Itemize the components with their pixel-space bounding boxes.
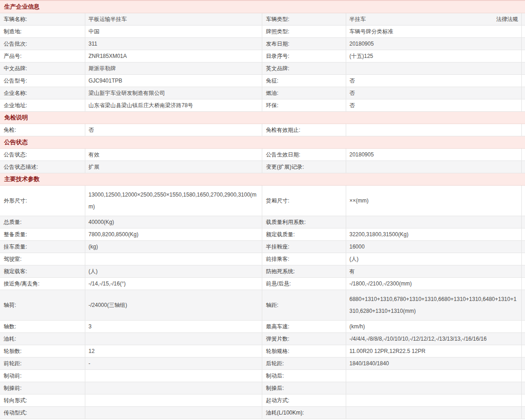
field-label: 整备质量: bbox=[0, 228, 85, 240]
table-row: 轮胎数: 12 轮胎规格: 11.00R20 12PR,12R22.5 12PR bbox=[0, 345, 525, 358]
field-label: 公告批次: bbox=[0, 38, 85, 50]
field-value-text: 1840/1840/1840 bbox=[349, 358, 389, 369]
section-title: 公告状态 bbox=[4, 138, 28, 146]
field-value-text: (人) bbox=[349, 253, 359, 265]
field-value: (kg) bbox=[85, 241, 262, 253]
table-row: 额定载客: (人) 防抱死系统: 有 bbox=[0, 265, 525, 278]
field-label: 免征: bbox=[262, 75, 346, 87]
field-label: 免检: bbox=[0, 124, 85, 136]
field-label: 油耗(L/100Km): bbox=[262, 407, 346, 419]
field-label: 最高车速: bbox=[262, 321, 346, 332]
field-value: 6880+1310+1310,6780+1310+1310,6680+1310+… bbox=[346, 290, 522, 320]
field-label: 防抱死系统: bbox=[262, 265, 346, 277]
field-value: 中国 bbox=[85, 26, 262, 37]
table-row: 企业地址: 山东省梁山县梁山镇后庄大桥南梁济路78号 环保: 否 bbox=[0, 99, 525, 112]
field-value: 3 bbox=[85, 321, 262, 332]
row-edge-strip bbox=[522, 13, 525, 25]
field-label: 中文品牌: bbox=[0, 62, 85, 74]
field-label: 制造地: bbox=[0, 26, 85, 37]
field-value: ZNR185XM01A bbox=[85, 50, 262, 62]
field-label: 免检有效期止: bbox=[262, 124, 346, 136]
field-label: 起动方式: bbox=[262, 394, 346, 406]
field-value-text: 16000 bbox=[349, 241, 364, 253]
field-label: 总质量: bbox=[0, 216, 85, 228]
table-row: 公告批次: 311 发布日期: 20180905 bbox=[0, 38, 525, 50]
field-value: 311 bbox=[85, 38, 262, 50]
row-edge-strip bbox=[522, 75, 525, 87]
field-value bbox=[85, 253, 262, 265]
vehicle-info-table: 生产企业信息 车辆名称: 平板运输半挂车 车辆类型: 半挂车 法律法规 制造地:… bbox=[0, 0, 525, 419]
field-value: 有效 bbox=[85, 149, 262, 161]
field-label: 额定载质量: bbox=[262, 228, 346, 240]
field-value-text: 6880+1310+1310,6780+1310+1310,6680+1310+… bbox=[349, 293, 519, 317]
section: 主要技术参数 外形尺寸: 13000,12500,12000×2500,2550… bbox=[0, 173, 525, 419]
row-edge-strip bbox=[522, 333, 525, 345]
table-row: 挂车质量: (kg) 半挂鞍座: 16000 bbox=[0, 241, 525, 253]
field-value-text: 否 bbox=[349, 99, 355, 111]
field-label: 轮胎规格: bbox=[262, 345, 346, 357]
table-row: 驾驶室: 前排乘客: (人) bbox=[0, 253, 525, 265]
row-edge-strip bbox=[522, 253, 525, 265]
section-header: 生产企业信息 bbox=[0, 1, 525, 13]
row-edge-strip bbox=[522, 370, 525, 382]
table-row: 车辆名称: 平板运输半挂车 车辆类型: 半挂车 法律法规 bbox=[0, 13, 525, 26]
field-value: 车辆号牌分类标准 bbox=[346, 26, 522, 37]
field-value-text: 32200,31800,31500(Kg) bbox=[349, 228, 408, 240]
field-label: 公告生效日期: bbox=[262, 149, 346, 161]
field-value-text: (km/h) bbox=[349, 321, 365, 332]
field-label: 外形尺寸: bbox=[0, 186, 85, 216]
row-edge-strip bbox=[522, 161, 525, 173]
field-value: 否 bbox=[85, 124, 262, 136]
row-edge-strip bbox=[522, 62, 525, 74]
field-label: 轴荷: bbox=[0, 290, 85, 320]
field-label: 轮胎数: bbox=[0, 345, 85, 357]
row-edge-strip bbox=[522, 50, 525, 62]
field-label: 额定载客: bbox=[0, 265, 85, 277]
field-value bbox=[346, 394, 522, 406]
table-row: 产品号: ZNR185XM01A 目录序号: (十五)125 bbox=[0, 50, 525, 62]
field-value bbox=[85, 394, 262, 406]
row-edge-strip bbox=[522, 228, 525, 240]
field-value-text: (十五)125 bbox=[349, 50, 373, 62]
field-value: 20180905 bbox=[346, 149, 522, 161]
field-label: 轴距: bbox=[262, 290, 346, 320]
field-label: 公告型号: bbox=[0, 75, 85, 87]
field-label: 英文品牌: bbox=[262, 62, 346, 74]
field-label: 目录序号: bbox=[262, 50, 346, 62]
row-edge-strip bbox=[522, 394, 525, 406]
field-value: 山东省梁山县梁山镇后庄大桥南梁济路78号 bbox=[85, 99, 262, 111]
field-value: 扩展 bbox=[85, 161, 262, 173]
table-row: 前轮距: - 后轮距: 1840/1840/1840 bbox=[0, 358, 525, 370]
table-row: 油耗: 弹簧片数: -/4/4/4,-/8/8/8,-/10/10/10,-/1… bbox=[0, 333, 525, 345]
table-row: 制动前: 制动后: bbox=[0, 370, 525, 382]
table-row: 公告状态: 有效 公告生效日期: 20180905 bbox=[0, 149, 525, 161]
field-value-text: 车辆号牌分类标准 bbox=[349, 26, 393, 37]
field-label: 车辆类型: bbox=[262, 13, 346, 25]
row-edge-strip bbox=[522, 99, 525, 111]
field-value: 12 bbox=[85, 345, 262, 357]
table-row: 中文品牌: 斯派菲勒牌 英文品牌: bbox=[0, 62, 525, 75]
field-value: 有 bbox=[346, 265, 522, 277]
field-label: 前悬/后悬: bbox=[262, 278, 346, 290]
table-row: 接近角/离去角: -/14,-/15,-/16(°) 前悬/后悬: -/1800… bbox=[0, 278, 525, 290]
field-value: (km/h) bbox=[346, 321, 522, 332]
field-label: 转向形式: bbox=[0, 394, 85, 406]
field-value: 斯派菲勒牌 bbox=[85, 62, 262, 74]
field-value: 否 bbox=[346, 75, 522, 87]
table-row: 传动型式: 油耗(L/100Km): bbox=[0, 407, 525, 419]
field-label: 产品号: bbox=[0, 50, 85, 62]
laws-regulations-link[interactable]: 法律法规 bbox=[496, 13, 519, 25]
field-value: -/4/4/4,-/8/8/8,-/10/10/10,-/12/12/12,-/… bbox=[346, 333, 522, 345]
field-value bbox=[346, 124, 522, 136]
field-value-text: 否 bbox=[349, 75, 355, 87]
field-value-text: 20180905 bbox=[349, 38, 374, 50]
table-row: 整备质量: 7800,8200,8500(Kg) 额定载质量: 32200,31… bbox=[0, 228, 525, 241]
field-value bbox=[346, 216, 522, 228]
field-label: 传动型式: bbox=[0, 407, 85, 419]
field-label: 发布日期: bbox=[262, 38, 346, 50]
field-value bbox=[346, 161, 522, 173]
field-value-text: -/4/4/4,-/8/8/8,-/10/10/10,-/12/12/12,-/… bbox=[349, 333, 487, 345]
field-label: 轴数: bbox=[0, 321, 85, 332]
field-value bbox=[346, 370, 522, 382]
field-value-text: 半挂车 bbox=[349, 13, 366, 25]
